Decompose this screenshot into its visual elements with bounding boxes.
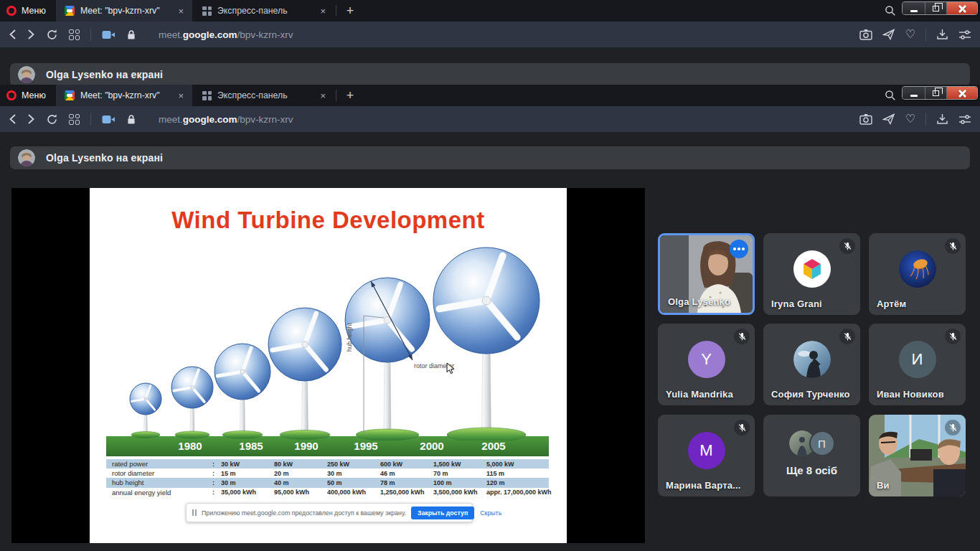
address-bar: meet.google.com/bpv-kzrn-xrv ♡ [0,22,980,47]
tile-ivan-novikov[interactable]: И Иван Новиков [869,324,966,405]
new-tab-button-shared: + [341,87,359,104]
presenting-banner-shared: Olga Lysenko на екрані [10,146,970,169]
search-icon-shared [882,88,898,103]
reload-icon[interactable] [46,29,58,41]
speed-dial-favicon-shared [202,91,212,100]
tab-close-icon[interactable]: × [176,6,186,17]
tab-speed-dial[interactable]: Экспресс-панель × [194,0,334,22]
stop-sharing-button: Закрыть доступ [411,507,474,519]
downloads-icon[interactable] [936,29,948,40]
bookmark-heart-icon[interactable]: ♡ [905,29,915,40]
url-field[interactable]: meet.google.com/bpv-kzrn-xrv [159,29,293,40]
mic-off-icon [734,329,750,344]
letter-avatar: M [688,432,725,469]
window-minimize-button[interactable] [903,2,925,14]
mic-off-icon [945,238,961,254]
tile-name: Yulia Mandrika [666,389,733,400]
presenter-avatar [18,66,35,83]
window-restore-button-shared [925,87,947,99]
window-restore-button[interactable] [925,2,947,14]
new-tab-button[interactable]: + [341,2,359,19]
tile-name: Iryna Grani [771,298,822,309]
browser-chrome: Меню Meet: "bpv-kzrn-xrv" × Экспресс-пан… [0,0,980,47]
address-separator-shared [925,113,926,126]
shared-screen-browser-chrome: Меню Meet: "bpv-kzrn-xrv" × Экспресс-пан… [0,85,980,132]
presenting-banner: Olga Lysenko на екрані [10,63,970,86]
tile-iryna-grani[interactable]: Iryna Grani [763,233,860,315]
table-row: rated power: 30 kW80 kW250 kW600 kW1,500… [106,459,549,468]
tile-yulia-mandrika[interactable]: Y Yulia Mandrika [658,324,755,405]
year-label: 2000 [420,440,443,452]
tile-overflow-more-people[interactable]: П Ще 8 осіб [763,415,860,496]
tab-title: Meet: "bpv-kzrn-xrv" [80,6,170,16]
downloads-icon-shared [936,113,948,125]
tab-title-shared: Meet: "bpv-kzrn-xrv" [80,90,170,100]
opera-menu-button[interactable]: Меню [0,0,53,22]
snapshot-icon[interactable] [859,29,872,40]
lock-icon[interactable] [126,29,136,40]
tile-name: Иван Новиков [877,389,944,400]
tab-title: Экспресс-панель [217,6,312,16]
hide-notice-link: Скрыть [480,509,501,517]
year-label: 1985 [239,440,263,452]
send-to-flow-icon[interactable] [882,29,895,40]
back-icon[interactable] [9,29,17,40]
mic-off-icon [734,420,750,435]
url-field-shared: meet.google.com/bpv-kzrn-xrv [159,114,293,125]
tile-artem[interactable]: Артём [869,233,966,315]
tile-self-view[interactable]: Ви [869,415,966,496]
window-controls [902,1,978,15]
tab-close-icon[interactable]: × [318,6,328,17]
tile-name: Ви [877,480,890,491]
tab-close-icon-shared: × [318,90,328,101]
logo-avatar [793,250,831,288]
tile-options-button[interactable] [730,240,748,258]
lock-icon-shared [126,114,136,125]
tile-name: София Турченко [771,389,850,400]
overflow-count-label: Ще 8 осіб [763,464,860,476]
menu-label-shared: Меню [22,90,46,100]
table-row: rotor diameter: 15 m20 m30 m46 m70 m115 … [106,468,549,478]
address-separator [925,29,926,41]
tile-olga-lysenko[interactable]: Olga Lysenko [658,233,755,315]
tab-meet[interactable]: Meet: "bpv-kzrn-xrv" × [56,0,192,22]
address-separator [90,29,91,41]
forward-icon[interactable] [27,29,35,40]
reload-icon-shared [46,113,58,126]
opera-logo-icon [6,6,17,16]
meet-favicon [65,6,75,16]
search-icon[interactable] [882,3,898,19]
speed-dial-favicon [202,6,212,16]
tile-name: Марина Варта... [666,480,741,491]
tab-speed-dial-shared: Экспресс-панель × [194,85,334,106]
table-row: annual energy yield: 35,000 kWh95,000 kW… [106,488,549,497]
mic-off-icon [839,329,855,344]
year-label: 1980 [178,440,202,452]
window-close-button[interactable] [947,2,977,14]
screen-share-notice: Приложению meet.google.com предоставлен … [186,503,473,522]
camera-in-use-icon[interactable] [102,29,116,40]
address-separator-shared [90,113,91,126]
mouse-cursor [446,362,455,377]
tune-settings-icon[interactable] [958,29,971,40]
pause-icon [192,509,197,516]
window-close-button-shared [947,87,977,99]
camera-in-use-icon-shared [102,114,116,125]
mic-off-icon [945,329,961,344]
presentation-slide: Wind Turbine Development [90,188,567,543]
window-controls-shared [902,86,978,100]
photo-avatar-jellyfish [899,250,936,288]
tile-marina[interactable]: M Марина Варта... [658,415,755,496]
tile-name: Olga Lysenko [668,296,730,307]
browser-tab-bar-shared: Меню Meet: "bpv-kzrn-xrv" × Экспресс-пан… [0,85,980,106]
browser-tab-bar: Меню Meet: "bpv-kzrn-xrv" × Экспресс-пан… [0,0,980,22]
tile-sofia-turchenko[interactable]: София Турченко [763,324,860,405]
address-bar-shared: meet.google.com/bpv-kzrn-xrv ♡ [0,106,980,132]
snapshot-icon-shared [859,113,872,125]
tune-settings-icon-shared [958,114,971,125]
tab-meet-shared: Meet: "bpv-kzrn-xrv" × [56,85,192,106]
speed-dial-icon[interactable] [69,29,80,40]
mic-off-icon [945,420,961,435]
presenter-avatar-shared [18,149,35,166]
send-to-flow-icon-shared [882,113,895,125]
